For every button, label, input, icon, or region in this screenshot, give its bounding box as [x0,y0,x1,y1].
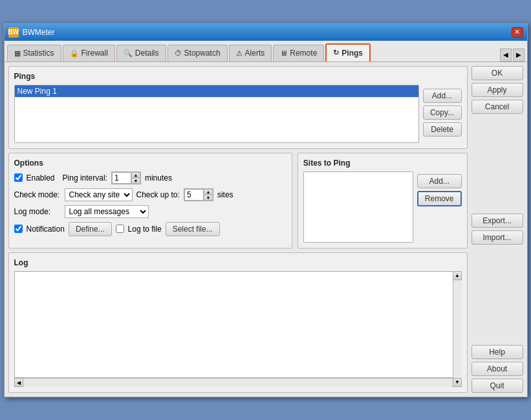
pings-area: New Ping 1 Add... Copy... Delete [14,85,462,143]
delete-ping-button[interactable]: Delete [423,122,462,137]
spinner-buttons: ▲ ▼ [131,172,140,184]
enabled-row: Enabled Ping interval: ▲ ▼ minutes [14,171,287,184]
ping-interval-label: Ping interval: [63,173,107,182]
enabled-checkbox[interactable] [14,173,23,182]
check-up-to-input[interactable] [184,189,204,201]
tab-stopwatch[interactable]: ⏱ Stopwatch [168,45,228,61]
check-up-to-spin-up[interactable]: ▲ [204,189,213,195]
log-scrollbar-horizontal[interactable]: ◀ ▶ [14,378,462,387]
titlebar: BW BWMeter ✕ [5,24,527,41]
tab-alerts-label: Alerts [245,49,265,58]
apply-button[interactable]: Apply [471,83,523,97]
details-icon: 🔍 [124,49,133,58]
titlebar-left: BW BWMeter [8,27,55,38]
tab-alerts[interactable]: ⚠ Alerts [229,45,272,61]
check-up-to-spinner-buttons: ▲ ▼ [204,189,213,201]
scrollbar-up-button[interactable]: ▲ [453,271,462,280]
tab-remote[interactable]: 🖥 Remote [273,45,324,61]
pings-buttons: Add... Copy... Delete [423,89,462,143]
check-up-to-label: Check up to: [136,190,180,199]
copy-ping-button[interactable]: Copy... [423,105,462,120]
spacer1 [471,116,523,212]
scrollbar-down-button[interactable]: ▼ [453,378,462,387]
options-title: Options [14,159,287,168]
tab-pings-label: Pings [341,49,363,58]
tab-prev-button[interactable]: ◀ [500,49,512,61]
tab-pings[interactable]: ↻ Pings [325,43,371,61]
tab-next-button[interactable]: ▶ [513,49,525,61]
cancel-button[interactable]: Cancel [471,100,523,114]
ok-button[interactable]: OK [471,66,523,80]
log-section: Log ▲ ▼ ◀ ▶ [8,252,468,393]
check-up-to-spinner[interactable]: ▲ ▼ [184,188,213,201]
pings-section: Pings New Ping 1 Add... Copy... Delete [8,66,468,149]
statistics-icon: ▦ [14,49,21,58]
spin-up-button[interactable]: ▲ [131,172,140,178]
define-button[interactable]: Define... [69,222,112,236]
add-ping-button[interactable]: Add... [423,89,462,103]
log-text-area[interactable] [14,271,462,378]
scrollbar-left-button[interactable]: ◀ [14,378,23,387]
tab-remote-label: Remote [290,49,317,58]
left-panel: Pings New Ping 1 Add... Copy... Delete O [8,66,468,393]
log-mode-select[interactable]: Log all messages Log errors only No logg… [65,205,149,218]
log-to-file-label: Log to file [128,225,162,234]
tab-nav: ◀ ▶ [500,49,525,61]
options-section: Options Enabled Ping interval: ▲ ▼ [8,153,292,249]
remote-icon: 🖥 [280,49,287,57]
pings-list[interactable]: New Ping 1 [14,85,419,143]
sites-list[interactable] [303,171,413,243]
notification-label: Notification [27,225,65,234]
sites-to-ping-content: Add... Remove [303,171,462,243]
alerts-icon: ⚠ [236,49,243,58]
minutes-label: minutes [145,173,172,182]
quit-button[interactable]: Quit [471,379,523,393]
main-window: BW BWMeter ✕ ▦ Statistics 🔒 Firewall 🔍 D… [4,23,528,397]
tab-firewall-label: Firewall [81,49,108,58]
check-mode-row: Check mode: Check any site Check all sit… [14,188,287,201]
log-area-wrap: ▲ ▼ ◀ ▶ [14,271,462,387]
close-button[interactable]: ✕ [512,27,523,38]
export-button[interactable]: Export... [471,214,523,228]
right-panel: OK Apply Cancel Export... Import... Help… [471,66,523,393]
tab-statistics-label: Statistics [23,49,54,58]
pings-list-item[interactable]: New Ping 1 [15,85,418,97]
sites-to-ping-section: Sites to Ping Add... Remove [298,153,468,249]
select-file-button[interactable]: Select file... [166,222,220,236]
import-button[interactable]: Import... [471,230,523,245]
firewall-icon: 🔒 [70,49,79,58]
ping-interval-input[interactable] [112,172,131,184]
log-to-file-checkbox[interactable] [116,225,124,233]
log-mode-label: Log mode: [14,207,61,216]
app-icon: BW [8,27,19,38]
options-sites-row: Options Enabled Ping interval: ▲ ▼ [8,153,468,249]
help-button[interactable]: Help [471,345,523,359]
notification-row: Notification Define... Log to file Selec… [14,222,287,236]
sites-to-ping-title: Sites to Ping [303,159,462,168]
tab-bar: ▦ Statistics 🔒 Firewall 🔍 Details ⏱ Stop… [5,41,527,62]
check-mode-label: Check mode: [14,190,61,199]
add-site-button[interactable]: Add... [417,174,462,188]
log-content-area: ▲ ▼ [14,271,462,378]
tab-details-label: Details [135,49,159,58]
sites-label: sites [217,190,233,199]
remove-site-button[interactable]: Remove [417,191,462,206]
log-scrollbar-vertical[interactable]: ▲ ▼ [453,271,462,387]
tab-firewall[interactable]: 🔒 Firewall [63,45,115,61]
spacer2 [471,247,523,342]
check-mode-select[interactable]: Check any site Check all sites [65,188,133,201]
pings-icon: ↻ [333,49,339,57]
tab-details[interactable]: 🔍 Details [116,45,166,61]
spin-down-button[interactable]: ▼ [131,178,140,184]
sites-ping-buttons: Add... Remove [417,171,462,243]
stopwatch-icon: ⏱ [175,49,182,57]
notification-checkbox[interactable] [14,225,23,233]
check-up-to-spin-down[interactable]: ▼ [204,195,213,201]
about-button[interactable]: About [471,362,523,376]
ping-interval-spinner[interactable]: ▲ ▼ [111,171,141,184]
log-mode-row: Log mode: Log all messages Log errors on… [14,205,287,218]
pings-section-title: Pings [14,72,462,81]
main-content: Pings New Ping 1 Add... Copy... Delete O [5,62,527,397]
tab-statistics[interactable]: ▦ Statistics [7,45,61,61]
enabled-label: Enabled [27,173,55,182]
